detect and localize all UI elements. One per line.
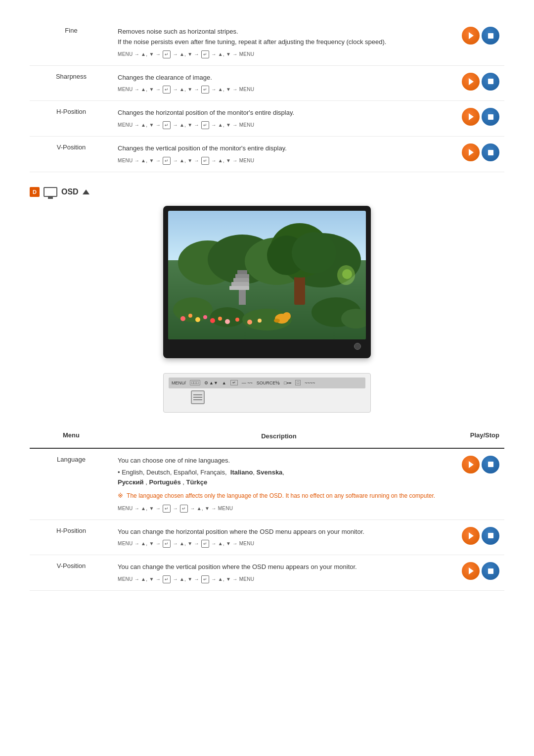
table-row: V-Position You can change the vertical p… <box>30 555 504 591</box>
svg-point-27 <box>225 319 230 324</box>
sharpness-buttons <box>445 65 504 101</box>
monitor-image-section <box>30 206 504 358</box>
osd-hposition-buttons <box>445 520 504 555</box>
fine-label: Fine <box>30 20 113 65</box>
table-row: Sharpness Changes the clearance of image… <box>30 65 504 101</box>
monitor-power-button[interactable] <box>354 343 361 350</box>
svg-point-23 <box>195 317 200 322</box>
osd-settings-table: Menu Description Play/Stop Language You … <box>30 427 504 591</box>
svg-point-22 <box>188 314 192 318</box>
svg-rect-10 <box>229 286 249 290</box>
table-row: V-Position Changes the vertical position… <box>30 137 504 172</box>
osd-d-icon: D <box>30 187 40 197</box>
svg-point-15 <box>292 232 336 274</box>
osd-section-header: D OSD <box>30 187 504 197</box>
osd-hposition-nav: MENU → ▲, ▼ → ↵ → ▲, ▼ → ↵ → ▲, ▼ → MENU <box>118 540 440 548</box>
table-header: Menu Description Play/Stop <box>30 427 504 448</box>
fine-btn-group <box>450 27 499 45</box>
osd-hposition-desc: You can change the horizontal position w… <box>113 520 445 555</box>
vposition-play-button[interactable] <box>462 143 480 161</box>
svg-point-26 <box>218 317 222 321</box>
col-menu-header: Menu <box>30 427 113 448</box>
vposition-nav: MENU → ▲, ▼ → ↵ → ▲, ▼ → ↵ → ▲, ▼ → MENU <box>118 157 440 165</box>
monitor-bottom-bar <box>168 339 366 353</box>
vposition-label: V-Position <box>30 137 113 172</box>
svg-point-30 <box>258 319 262 323</box>
osd-up-arrow-icon <box>83 189 89 194</box>
vposition-btn-group <box>450 143 499 161</box>
language-desc: You can choose one of nine languages. • … <box>113 448 445 520</box>
vposition-buttons <box>445 137 504 172</box>
svg-point-21 <box>180 316 185 321</box>
osd-vposition-desc: You can change the vertical position whe… <box>113 555 445 591</box>
hposition-btn-group <box>450 108 499 126</box>
sharpness-play-button[interactable] <box>462 73 480 91</box>
sharpness-label: Sharpness <box>30 65 113 101</box>
monitor-outer <box>163 206 371 358</box>
osd-vposition-buttons <box>445 555 504 591</box>
language-btn-group <box>450 456 499 473</box>
language-play-button[interactable] <box>462 456 480 473</box>
osd-vposition-play-button[interactable] <box>462 562 480 580</box>
osd-monitor-icon <box>44 187 57 197</box>
svg-point-33 <box>274 319 280 323</box>
svg-point-24 <box>203 315 207 319</box>
garden-scene <box>168 211 366 339</box>
col-desc-header: Description <box>113 427 445 448</box>
monitor-screen <box>168 211 366 339</box>
language-buttons <box>445 448 504 520</box>
svg-point-35 <box>342 269 352 279</box>
language-stop-button[interactable] <box>482 456 499 473</box>
col-playstop-header: Play/Stop <box>445 427 504 448</box>
osd-menu-bar: MENU/ □□□ ⚙ ▲▼ ▲ ↵ — ~~ SOURCE⅓ □▪▪▪ □ ~… <box>169 378 365 388</box>
language-nav: MENU → ▲, ▼ → ↵ → ↵ → ▲, ▼ → MENU <box>118 505 440 513</box>
sharpness-desc: Changes the clearance of image. MENU → ▲… <box>113 65 445 101</box>
hposition-label: H-Position <box>30 101 113 137</box>
osd-vposition-label: V-Position <box>30 555 113 591</box>
svg-rect-9 <box>231 282 249 286</box>
sharpness-nav: MENU → ▲, ▼ → ↵ → ▲, ▼ → ↵ → ▲, ▼ → MENU <box>118 86 440 94</box>
osd-overlay-image: MENU/ □□□ ⚙ ▲▼ ▲ ↵ — ~~ SOURCE⅓ □▪▪▪ □ ~… <box>163 373 371 413</box>
fine-play-button[interactable] <box>462 27 480 45</box>
analog-settings-table: Fine Removes noise such as horizontal st… <box>30 20 504 172</box>
svg-point-32 <box>283 312 291 320</box>
osd-vposition-btn-group <box>450 562 499 580</box>
table-row: H-Position Changes the horizontal positi… <box>30 101 504 137</box>
svg-rect-11 <box>239 290 246 305</box>
hposition-buttons <box>445 101 504 137</box>
vposition-stop-button[interactable] <box>482 143 499 161</box>
osd-hposition-label: H-Position <box>30 520 113 555</box>
svg-rect-7 <box>235 274 249 278</box>
osd-hposition-play-button[interactable] <box>462 527 480 545</box>
sharpness-btn-group <box>450 73 499 91</box>
osd-cursor <box>191 390 209 407</box>
hposition-desc: Changes the horizontal position of the m… <box>113 101 445 137</box>
hposition-nav: MENU → ▲, ▼ → ↵ → ▲, ▼ → ↵ → ▲, ▼ → MENU <box>118 121 440 129</box>
fine-nav: MENU → ▲, ▼ → ↵ → ▲, ▼ → ↵ → ▲, ▼ → MENU <box>118 50 440 58</box>
fine-buttons <box>445 20 504 65</box>
sharpness-stop-button[interactable] <box>482 73 499 91</box>
osd-hposition-btn-group <box>450 527 499 545</box>
table-row: Language You can choose one of nine lang… <box>30 448 504 520</box>
fine-stop-button[interactable] <box>482 27 499 45</box>
vposition-desc: Changes the vertical position of the mon… <box>113 137 445 172</box>
table-row: H-Position You can change the horizontal… <box>30 520 504 555</box>
svg-point-25 <box>210 318 215 323</box>
fine-desc: Removes noise such as horizontal stripes… <box>113 20 445 65</box>
osd-title: OSD <box>61 188 79 196</box>
svg-rect-6 <box>237 270 247 274</box>
osd-vposition-nav: MENU → ▲, ▼ → ↵ → ▲, ▼ → ↵ → ▲, ▼ → MENU <box>118 575 440 583</box>
svg-point-29 <box>247 320 252 325</box>
osd-vposition-stop-button[interactable] <box>482 562 499 580</box>
page-container: Fine Removes noise such as horizontal st… <box>0 0 534 625</box>
osd-overlay-section: MENU/ □□□ ⚙ ▲▼ ▲ ↵ — ~~ SOURCE⅓ □▪▪▪ □ ~… <box>30 373 504 413</box>
language-notice: ※ The language chosen affects only the l… <box>118 491 440 501</box>
hposition-play-button[interactable] <box>462 108 480 126</box>
language-label: Language <box>30 448 113 520</box>
svg-point-28 <box>235 318 239 322</box>
hposition-stop-button[interactable] <box>482 108 499 126</box>
svg-rect-8 <box>233 278 249 282</box>
osd-hposition-stop-button[interactable] <box>482 527 499 545</box>
table-row: Fine Removes noise such as horizontal st… <box>30 20 504 65</box>
